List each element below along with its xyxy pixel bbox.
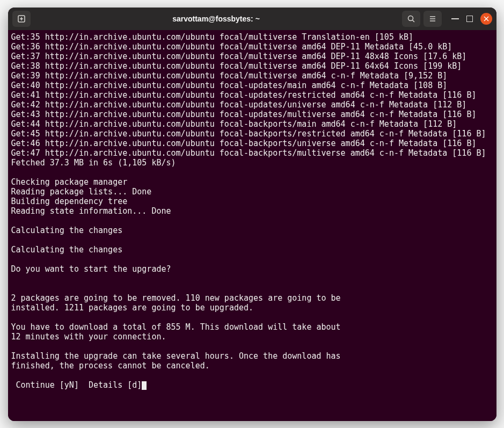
terminal-window: sarvottam@fossbytes: ~ (8, 8, 496, 421)
new-tab-button[interactable] (12, 11, 31, 27)
close-icon (484, 16, 489, 21)
titlebar: sarvottam@fossbytes: ~ (8, 8, 496, 30)
menu-button[interactable] (423, 11, 442, 27)
search-icon (407, 14, 415, 23)
search-button[interactable] (402, 11, 420, 27)
titlebar-left (12, 11, 31, 27)
window-title: sarvottam@fossbytes: ~ (35, 14, 398, 23)
terminal-prompt: Continue [yN] Details [d] (11, 380, 142, 390)
svg-point-3 (408, 16, 413, 20)
close-button[interactable] (480, 13, 492, 25)
maximize-button[interactable] (466, 16, 473, 22)
svg-line-4 (412, 20, 414, 22)
window-controls (451, 13, 492, 25)
terminal-content[interactable]: Get:35 http://in.archive.ubuntu.com/ubun… (8, 30, 496, 421)
titlebar-right (402, 11, 492, 27)
hamburger-icon (428, 14, 437, 23)
cursor (142, 381, 147, 390)
minimize-button[interactable] (451, 18, 459, 19)
new-tab-icon (17, 14, 26, 23)
terminal-output: Get:35 http://in.archive.ubuntu.com/ubun… (11, 32, 486, 371)
